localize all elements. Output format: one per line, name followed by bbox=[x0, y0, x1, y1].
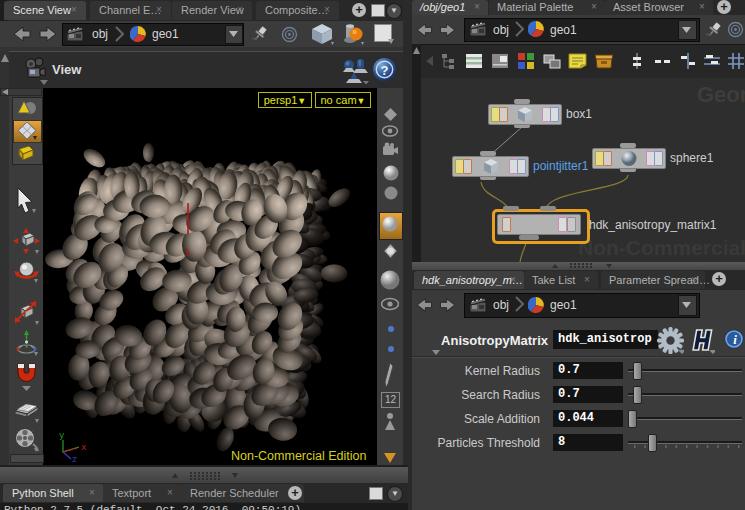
svg-text:i: i bbox=[733, 332, 737, 347]
svg-text:y: y bbox=[59, 431, 65, 441]
svg-text:x: x bbox=[81, 443, 86, 453]
svg-text:z: z bbox=[72, 455, 77, 462]
svg-text:?: ? bbox=[381, 63, 389, 78]
